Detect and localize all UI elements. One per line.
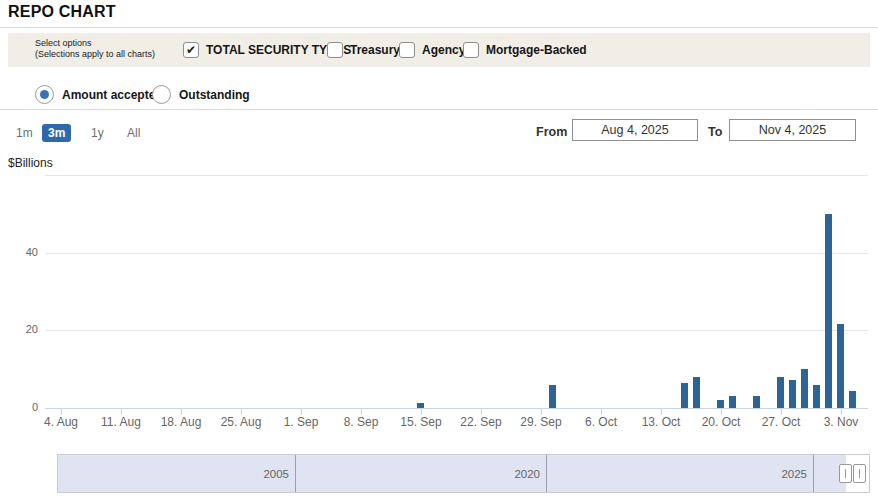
checkbox-label: Agency <box>422 43 465 57</box>
gridline-20 <box>45 330 868 331</box>
row-divider <box>0 109 878 110</box>
x-tick-label: 20. Oct <box>690 415 752 429</box>
bar-oct-16-2025[interactable] <box>693 377 700 408</box>
x-axis-line <box>45 408 868 409</box>
checkbox-box-checked[interactable]: ✔ <box>183 42 199 58</box>
repo-chart-page: REPO CHART Select options (Selections ap… <box>0 0 878 497</box>
radio-circle[interactable] <box>35 85 54 104</box>
y-tick-label: 40 <box>8 246 38 258</box>
navigator-year-label: 2025 <box>737 455 807 492</box>
x-tick-label: 18. Aug <box>150 415 212 429</box>
navigator-year-label: 2005 <box>219 455 289 492</box>
x-tick-label: 29. Sep <box>510 415 572 429</box>
checkbox-total-security-types[interactable]: ✔TOTAL SECURITY TYPES <box>183 33 351 67</box>
bar-sep-30-2025[interactable] <box>549 385 556 408</box>
radio-circle[interactable] <box>152 85 171 104</box>
bar-oct-27-2025[interactable] <box>777 377 784 408</box>
bar-oct-20-2025[interactable] <box>717 400 724 408</box>
grip-icon <box>859 469 860 478</box>
bar-nov-3-2025[interactable] <box>837 324 844 408</box>
x-tick-label: 8. Sep <box>330 415 392 429</box>
radio-amount-accepted[interactable]: Amount accepted <box>35 80 163 109</box>
navigator-mask[interactable] <box>58 455 846 492</box>
bar-oct-28-2025[interactable] <box>789 380 796 408</box>
y-axis-title: $Billions <box>8 156 53 170</box>
checkbox-agency[interactable]: Agency <box>399 33 465 67</box>
y-tick-label: 0 <box>8 401 38 413</box>
x-tick-label: 3. Nov <box>810 415 872 429</box>
navigator-right-handle[interactable] <box>853 464 866 483</box>
from-label: From <box>536 125 567 139</box>
chart-navigator[interactable]: 200520202025 <box>57 454 870 493</box>
radio-outstanding[interactable]: Outstanding <box>152 80 250 109</box>
bar-oct-21-2025[interactable] <box>729 396 736 408</box>
to-date-input[interactable] <box>729 119 856 141</box>
x-tick-label: 6. Oct <box>570 415 632 429</box>
navigator-year-label: 2020 <box>470 455 540 492</box>
checkbox-mortgage-backed[interactable]: Mortgage-Backed <box>463 33 587 67</box>
radio-dot <box>40 90 49 99</box>
x-tick-label: 1. Sep <box>270 415 332 429</box>
select-options-line2: (Selections apply to all charts) <box>35 49 155 60</box>
checkbox-treasury[interactable]: Treasury <box>327 33 400 67</box>
navigator-year-divider <box>546 455 547 492</box>
bar-oct-30-2025[interactable] <box>813 385 820 408</box>
range-button-1m[interactable]: 1m <box>10 124 39 142</box>
x-tick-label: 11. Aug <box>90 415 152 429</box>
page-title: REPO CHART <box>8 3 116 21</box>
bar-oct-15-2025[interactable] <box>681 383 688 408</box>
checkbox-box-unchecked[interactable] <box>327 42 343 58</box>
from-date-input[interactable] <box>572 119 698 141</box>
y-tick-label: 20 <box>8 323 38 335</box>
x-tick-label: 4. Aug <box>30 415 92 429</box>
to-label: To <box>708 125 722 139</box>
radio-dot <box>157 90 166 99</box>
checkbox-box-unchecked[interactable] <box>399 42 415 58</box>
x-tick-label: 22. Sep <box>450 415 512 429</box>
grip-icon <box>845 469 846 478</box>
navigator-left-handle[interactable] <box>839 464 852 483</box>
bar-oct-31-2025[interactable] <box>825 214 832 408</box>
range-button-3m[interactable]: 3m <box>42 124 71 142</box>
range-button-all[interactable]: All <box>121 124 146 142</box>
x-tick-label: 13. Oct <box>630 415 692 429</box>
checkbox-box-unchecked[interactable] <box>463 42 479 58</box>
bar-nov-4-2025[interactable] <box>849 391 856 408</box>
navigator-year-divider <box>813 455 814 492</box>
title-divider <box>0 27 878 28</box>
radio-label: Outstanding <box>179 88 250 102</box>
checkbox-label: Treasury <box>350 43 400 57</box>
options-bar: Select options (Selections apply to all … <box>8 33 870 67</box>
navigator-year-divider <box>295 455 296 492</box>
bar-oct-23-2025[interactable] <box>753 396 760 408</box>
checkbox-label: Mortgage-Backed <box>486 43 587 57</box>
range-button-1y[interactable]: 1y <box>85 124 110 142</box>
gridline-60 <box>45 175 868 176</box>
bar-oct-29-2025[interactable] <box>801 369 808 408</box>
x-tick-label: 15. Sep <box>390 415 452 429</box>
x-tick-label: 27. Oct <box>750 415 812 429</box>
radio-label: Amount accepted <box>62 88 163 102</box>
select-options-line1: Select options <box>35 38 155 49</box>
select-options-label: Select options (Selections apply to all … <box>35 38 155 60</box>
gridline-40 <box>45 253 868 254</box>
x-tick-label: 25. Aug <box>210 415 272 429</box>
bar-sep-15-2025[interactable] <box>417 403 424 408</box>
